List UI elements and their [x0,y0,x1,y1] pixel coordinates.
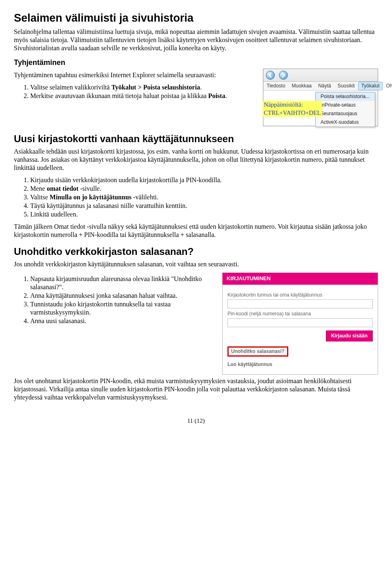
list-new-card-steps: Kirjaudu sisään verkkokirjastoon uudella… [14,176,378,219]
list-item: Anna uusi salasanasi. [30,317,214,325]
paragraph-forgot-pin: Jos olet unohtanut kirjastokortin PIN-ko… [14,377,378,402]
menu-path: Työkalut > Poista selaushistoria [111,84,200,91]
ie-screenshot: Tiedosto Muokkaa Näytä Suosikit Työkalut… [263,69,378,126]
list-forgot-steps: Napsauta kirjaumisruudun alareunassa ole… [14,275,214,325]
list-item: Anna käyttäjätunnuksesi jonka salasanan … [30,292,214,300]
create-account-link[interactable]: Luo käyttäjätunnus [227,362,373,368]
page-number: 11 (12) [14,417,378,425]
list-item: Kirjaudu sisään verkkokirjastoon uudella… [30,176,378,184]
button-name: Poista [208,92,225,99]
dropdown-item-activex[interactable]: ActiveX-suodatus [316,118,375,127]
menu-item-help[interactable]: Ohje [383,82,392,90]
list-item: Valitse selaimen valikkoriviltä Työkalut… [30,83,255,91]
overlay-label: Näppäimistöltä: [264,101,303,108]
ie-nav-toolbar [263,69,378,82]
step-text: Mene [30,185,47,192]
forward-icon[interactable] [279,71,288,80]
login-header: KIRJAUTUMINEN [223,273,378,285]
list-clearing-steps: Valitse selaimen valikkoriviltä Työkalut… [14,83,255,100]
login-input-pin[interactable] [227,318,373,327]
heading-forgot-password: Unohditko verkkokirjaston salasanan? [14,245,378,258]
back-icon[interactable] [266,71,275,80]
login-input-username[interactable] [227,299,373,308]
step-text: . [225,92,227,99]
step-text: Valitse selaimen valikkoriviltä [30,84,111,91]
login-screenshot: KIRJAUTUMINEN Kirjastokortin tunnus tai … [222,272,378,374]
step-text: . [200,84,202,91]
login-button[interactable]: Kirjaudu sisään [326,330,373,341]
ie-tools-dropdown: Poista selaushistoria... InPrivate-selau… [315,92,375,127]
overlay-shortcut: CTRL+VAIHTO+DEL [264,109,321,116]
list-item: Napsauta kirjaumisruudun alareunassa ole… [30,275,214,291]
menu-item-tools[interactable]: Työkalut [358,82,383,90]
list-item: Valitse Minulla on jo käyttäjätunnus -vä… [30,193,378,201]
login-label-pin: Pin-koodi (neljä numeroa) tai salasana [227,311,373,317]
dropdown-item-delete-history[interactable]: Poista selaushistoria... [316,92,375,101]
step-text: -sivulle. [78,185,101,192]
list-item: Tunnistaudu joko kirjastokortin tunnukse… [30,300,214,317]
heading-clearing: Tyhjentäminen [14,58,378,67]
list-item: Mene omat tiedot -sivulle. [30,185,378,193]
dropdown-item-inprivate[interactable]: InPrivate-selaus [316,101,375,109]
forgot-password-highlight: Unohditko salasanasi? [227,346,288,357]
heading-new-card: Uusi kirjastokortti vanhaan käyttäjätunn… [14,133,378,145]
ie-menubar: Tiedosto Muokkaa Näytä Suosikit Työkalut… [263,82,378,91]
step-text: -välilehti. [131,194,158,201]
step-text: Merkitse avautuvaan ikkunaan mitä tietoj… [30,92,208,99]
forgot-password-link[interactable]: Unohditko salasanasi? [231,348,285,354]
paragraph-new-card-intro: Asiakkaalle tehdään uusi kirjastokortti … [14,147,378,172]
login-label-username: Kirjastokortin tunnus tai oma käyttäjätu… [227,292,373,298]
paragraph-forgot-intro: Jos unohdit verkkokirjaston käyttäjätunn… [14,260,378,268]
dropdown-item-tracking[interactable]: Seurantasuojaus [316,109,375,118]
menu-item-edit[interactable]: Muokkaa [289,82,315,90]
paragraph-clearing-intro: Tyhjentäminen tapahtuu esimerkiksi Inter… [14,71,255,79]
page-name: omat tiedot [47,185,78,192]
tab-name: Minulla on jo käyttäjätunnus [50,194,132,201]
heading-cache-history: Selaimen välimuisti ja sivuhistoria [14,11,378,25]
paragraph-new-card-after: Tämän jälkeen Omat tiedot -sivulla näkyy… [14,223,378,239]
list-item: Merkitse avautuvaan ikkunaan mitä tietoj… [30,92,255,100]
keyboard-shortcut-overlay: Näppäimistöltä: CTRL+VAIHTO+DEL [263,101,322,117]
menu-item-file[interactable]: Tiedosto [263,82,289,90]
list-item: Täytä käyttäjätunnus ja salasanasi niill… [30,202,378,210]
menu-item-favorites[interactable]: Suosikit [334,82,358,90]
list-item: Linkitä uudelleen. [30,210,378,219]
menu-item-view[interactable]: Näytä [315,82,334,90]
paragraph-cache-intro: Selainohjelma tallentaa välimuistiinsa l… [14,28,378,52]
step-text: Valitse [30,194,50,201]
